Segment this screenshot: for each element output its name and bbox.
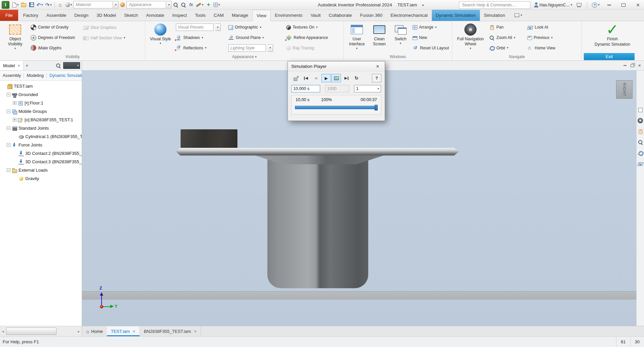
tree-expander-icon[interactable]	[7, 110, 10, 113]
measure-button[interactable]	[195, 1, 204, 9]
new-file-button[interactable]	[11, 1, 20, 9]
navbar-pan-button[interactable]	[637, 128, 643, 134]
home-button[interactable]	[56, 1, 64, 9]
model-top-block[interactable]	[181, 129, 237, 148]
ribbon-tab-tools[interactable]: Tools	[191, 10, 210, 21]
ribbon-tab-inspect[interactable]: Inspect	[168, 10, 191, 21]
tree-item-floor[interactable]: [•]:Floor:1	[0, 99, 82, 107]
tree-expander-icon[interactable]	[13, 101, 16, 105]
ray-tracing-button[interactable]: Ray Tracing	[285, 43, 336, 53]
ribbon-tab-file[interactable]: File	[0, 10, 18, 21]
replay-loop-button[interactable]	[352, 74, 361, 82]
navbar-navigation-wheel-button[interactable]	[637, 118, 643, 124]
reflections-button[interactable]: Reflections	[175, 43, 226, 53]
visual-search-button[interactable]	[180, 1, 187, 9]
open-file-button[interactable]	[20, 1, 28, 9]
ribbon-tab-vault[interactable]: Vault	[307, 10, 325, 21]
tree-expander-icon[interactable]	[7, 126, 10, 130]
doc-close-icon[interactable]	[638, 63, 641, 68]
tree-expander-icon[interactable]	[7, 168, 10, 172]
dialog-close-button[interactable]	[374, 64, 381, 69]
render-style-button[interactable]	[64, 1, 73, 9]
ribbon-tab-simulation[interactable]: Simulation	[480, 10, 509, 21]
doc-minimize-icon[interactable]	[623, 65, 627, 66]
view-cube[interactable]: RIGHT	[616, 80, 633, 99]
material-combo-caret[interactable]	[113, 1, 118, 8]
document-tab-test-iam[interactable]: TEST.iam	[107, 326, 140, 336]
help-button[interactable]	[591, 1, 601, 9]
add-browser-pane-button[interactable]	[24, 63, 30, 68]
navbar-orbit-button[interactable]	[637, 150, 643, 156]
zoom-all-button[interactable]: Zoom All	[488, 33, 525, 43]
screen-refresh-button[interactable]	[332, 74, 341, 82]
tree-item-cylindrical-joint[interactable]: Cylindrical:1 (BN2838F355_TES	[0, 132, 82, 141]
tree-expander-icon[interactable]	[7, 143, 10, 147]
window-maximize-button[interactable]	[617, 0, 630, 10]
save-button[interactable]	[28, 1, 35, 9]
images-count-input[interactable]: 1000	[325, 85, 349, 92]
tree-item-gravity[interactable]: Gravity	[0, 174, 82, 183]
navbar-look-at-button[interactable]	[637, 161, 643, 167]
rewind-to-start-button[interactable]	[301, 74, 311, 82]
ribbon-tab-manage[interactable]: Manage	[228, 10, 252, 21]
full-navigation-wheel-button[interactable]: Full Navigation Wheel	[454, 22, 487, 53]
scroll-right-button[interactable]	[76, 326, 82, 336]
player-help-button[interactable]	[372, 74, 381, 82]
browser-filter-dropdown[interactable]	[63, 62, 80, 69]
close-icon[interactable]	[194, 329, 197, 334]
user-interface-button[interactable]: User Interface	[346, 22, 368, 53]
help-search-input[interactable]: Search Help & Commands…	[459, 1, 530, 9]
ribbon-tab-3d-model[interactable]: 3D Model	[92, 10, 120, 21]
degrees-of-freedom-button[interactable]: Degrees of Freedom	[30, 33, 81, 43]
add-component-button[interactable]	[205, 1, 212, 9]
navbar-viewcube-button[interactable]	[637, 107, 643, 113]
look-at-button[interactable]: Look At	[526, 22, 567, 33]
half-section-view-button[interactable]: Half Section View	[82, 33, 136, 43]
center-of-gravity-button[interactable]: Center of Gravity	[30, 22, 81, 33]
ribbon-tab-cam[interactable]: CAM	[210, 10, 228, 21]
model-cylinder-body[interactable]	[267, 156, 368, 288]
progress-track[interactable]	[295, 106, 378, 109]
ribbon-tab-collaborate[interactable]: Collaborate	[325, 10, 356, 21]
switch-button[interactable]: Switch	[391, 22, 410, 53]
lighting-style-combo[interactable]: Lighting Style	[227, 43, 284, 53]
exit-button[interactable]: Exit	[584, 53, 635, 60]
ribbon-tab-assemble[interactable]: Assemble	[42, 10, 70, 21]
appearance-combo-caret[interactable]	[166, 1, 172, 8]
subtab-modeling[interactable]: Modeling	[24, 73, 46, 78]
ground-plane-button[interactable]: Ground Plane	[227, 33, 284, 43]
window-close-button[interactable]	[632, 0, 644, 10]
tree-item-bn2838-part[interactable]: [o]:BN2838F355_TEST:1	[0, 116, 82, 124]
ribbon-tab-fusion-360[interactable]: Fusion 360	[356, 10, 386, 21]
shadows-button[interactable]: Shadows	[175, 33, 226, 43]
subtab-dynamic-simulation[interactable]: Dynamic Simulation	[46, 73, 82, 78]
textures-on-button[interactable]: Textures On	[285, 22, 336, 33]
previous-view-button[interactable]: Previous	[526, 33, 567, 43]
dialog-title-bar[interactable]: Simulation Player	[288, 61, 385, 72]
fast-forward-to-end-button[interactable]	[342, 74, 351, 82]
doc-restore-icon[interactable]	[631, 64, 634, 67]
ribbon-tab-view[interactable]: View	[252, 10, 271, 21]
material-combo[interactable]: Material	[73, 1, 113, 8]
slice-graphics-button[interactable]: Slice Graphics	[82, 22, 136, 33]
visual-presets-combo[interactable]: Visual Presets	[175, 22, 226, 33]
tree-item-assembly-root[interactable]: TEST.iam	[0, 82, 82, 90]
home-tab[interactable]: Home	[82, 326, 107, 336]
subtab-assembly[interactable]: Assembly	[0, 73, 24, 78]
appearance-combo[interactable]: Appearance	[126, 1, 166, 8]
appearance-ball-button[interactable]	[119, 1, 126, 9]
progress-slider[interactable]	[295, 105, 378, 111]
finish-dynamic-simulation-button[interactable]: Finish Dynamic Simulation	[584, 22, 641, 53]
ribbon-tab-environments[interactable]: Environments	[271, 10, 307, 21]
reset-ui-layout-button[interactable]: Reset UI Layout	[412, 43, 451, 53]
navbar-zoom-button[interactable]	[637, 139, 643, 145]
tree-item-external-loads[interactable]: External Loads	[0, 166, 82, 174]
close-icon[interactable]	[133, 329, 136, 334]
adjust-appearance-button[interactable]	[172, 1, 179, 9]
tree-item-force-joints[interactable]: Force Joints	[0, 141, 82, 149]
grid-settings-button[interactable]	[213, 1, 221, 9]
new-window-button[interactable]: New	[412, 33, 451, 43]
orthographic-button[interactable]: Orthographic	[227, 22, 284, 33]
filter-select[interactable]: 1	[354, 85, 381, 92]
pan-button[interactable]: Pan	[488, 22, 525, 33]
